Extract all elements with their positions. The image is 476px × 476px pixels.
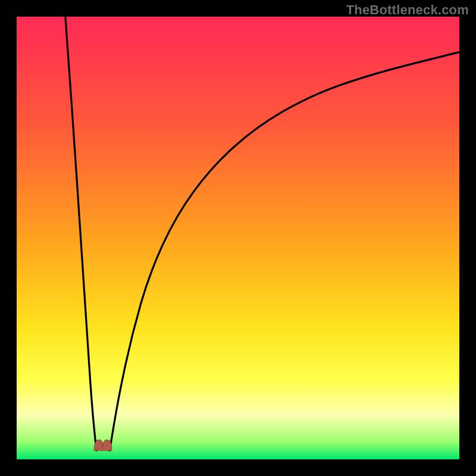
bottleneck-chart bbox=[17, 17, 459, 459]
gradient-background bbox=[17, 17, 459, 459]
chart-frame: TheBottleneck.com bbox=[0, 0, 476, 476]
watermark-text: TheBottleneck.com bbox=[346, 2, 469, 18]
